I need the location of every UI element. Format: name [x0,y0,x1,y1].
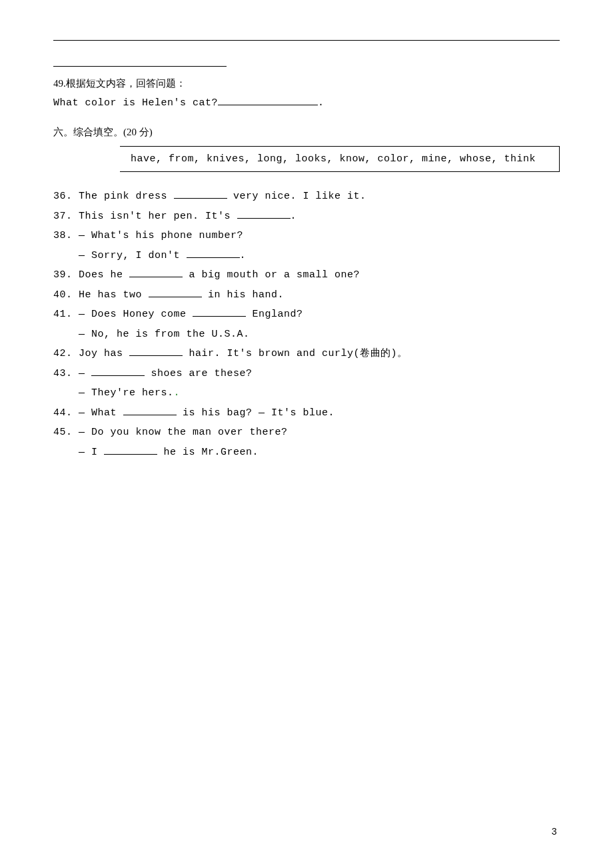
q41b-text: — No, he is from the U.S.A. [79,329,250,340]
section6-heading: 六。综合填空。(20 分) [53,124,560,141]
q43a-post: shoes are these? [145,368,253,379]
q45-line1: 45. — Do you know the man over there? [53,424,560,441]
q42-post: hair. It's brown and curly(卷曲的)。 [183,348,408,359]
q43-line2: — They're hers.. [53,385,560,402]
q38b-pre: — Sorry, I don't [79,250,187,261]
q37-post: . [291,211,297,222]
q41-line1: 41. — Does Honey come England? [53,306,560,323]
q49-question-text: What color is Helen's cat? [53,97,218,109]
q39-pre: 39. Does he [53,269,129,281]
q40-pre: 40. He has two [53,289,149,301]
q40-post: in his hand. [202,289,285,301]
q38-line1: 38. — What's his phone number? [53,227,560,245]
page-number-text: 3 [552,827,557,837]
q49-answer-blank[interactable] [218,96,318,106]
q38-line2: — Sorry, I don't . [53,247,560,265]
q45b-post: he is Mr.Green. [157,447,259,458]
q39: 39. Does he a big mouth or a small one? [53,267,560,284]
answer-blank[interactable] [53,57,227,67]
q44: 44. — What is his bag? — It's blue. [53,405,560,422]
q37: 37. This isn't her pen. It's . [53,208,560,225]
q40-blank[interactable] [149,287,202,297]
section6-heading-text: 六。综合填空。(20 分) [53,127,153,137]
q45-blank[interactable] [104,445,157,455]
q45-line2: — I he is Mr.Green. [53,444,560,461]
q42-blank[interactable] [129,347,183,357]
q37-pre: 37. This isn't her pen. It's [53,211,237,222]
q45a-text: 45. — Do you know the man over there? [53,427,288,438]
q44-pre: 44. — What [53,407,123,419]
q38b-post: . [240,250,247,261]
q43b-text: — They're hers. [79,387,174,399]
q44-blank[interactable] [123,405,177,415]
q49-prompt: 49.根据短文内容，回答问题： [53,75,560,93]
q43-line1: 43. — shoes are these? [53,365,560,383]
q41a-post: England? [246,309,303,320]
carryover-blank-line [53,55,560,73]
q39-post: a big mouth or a small one? [183,269,360,281]
q39-blank[interactable] [129,268,183,278]
q41-line2: — No, he is from the U.S.A. [53,326,560,343]
q36-post: very nice. I like it. [227,191,366,202]
q40: 40. He has two in his hand. [53,287,560,304]
word-bank-box: have, from, knives, long, looks, know, c… [120,146,560,172]
q43-blank[interactable] [91,366,145,376]
q41-blank[interactable] [193,307,246,317]
stray-dot-icon: . [174,387,181,399]
q42-pre: 42. Joy has [53,348,129,359]
q49-question-line: What color is Helen's cat?. [53,95,560,112]
q44-post: is his bag? — It's blue. [177,407,335,419]
q36-pre: 36. The pink dress [53,191,174,202]
q38a-text: 38. — What's his phone number? [53,230,243,241]
q37-blank[interactable] [237,209,291,219]
q42: 42. Joy has hair. It's brown and curly(卷… [53,345,560,363]
word-bank-text: have, from, knives, long, looks, know, c… [131,153,536,165]
q49-trail: . [318,97,324,109]
q41a-pre: 41. — Does Honey come [53,309,193,320]
top-rule [53,40,560,41]
q36: 36. The pink dress very nice. I like it. [53,188,560,205]
q38-blank[interactable] [187,248,240,258]
q43a-pre: 43. — [53,368,91,379]
q45b-pre: — I [79,447,104,458]
q36-blank[interactable] [174,189,227,199]
page-number: 3 [552,827,557,837]
q49-prompt-text: 49.根据短文内容，回答问题： [53,78,186,89]
